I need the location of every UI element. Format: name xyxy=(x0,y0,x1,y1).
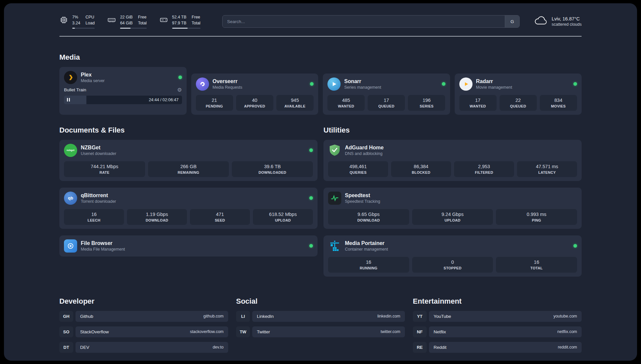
stat-label: DOWNLOADED xyxy=(233,170,312,174)
search-bar: G xyxy=(222,15,520,28)
app-card-portainer[interactable]: Media Portainer Container management 16R… xyxy=(323,235,582,277)
app-name: Plex xyxy=(81,72,105,78)
stat-value: 485 xyxy=(329,98,363,103)
bookmark-link[interactable]: StackOverflowstackoverflow.com xyxy=(76,326,228,337)
utilities-column: Utilities AdGuard Home xyxy=(323,126,582,277)
now-playing-title: Bullet Train xyxy=(64,87,86,92)
app-card-speedtest[interactable]: Speedtest Speedtest Tracking 9.65 GbpsDO… xyxy=(323,188,582,229)
cpu-bar xyxy=(72,28,95,29)
stat-tile: 9.24 GbpsUPLOAD xyxy=(412,209,493,225)
bookmarks-social: Social LILinkedInlinkedin.comTWTwittertw… xyxy=(236,297,405,357)
stat-tile: 40APPROVED xyxy=(236,95,273,111)
bookmarks-entertainment: Entertainment YTYouTubeyoutube.comNFNetf… xyxy=(413,297,582,357)
ram-icon xyxy=(107,15,116,24)
bookmark-name: StackOverflow xyxy=(80,329,109,334)
disk-total-value: 97.9 TB xyxy=(172,20,187,26)
stat-value: 16 xyxy=(497,259,576,265)
stat-value: 21 xyxy=(197,98,232,103)
bookmark-link[interactable]: Redditreddit.com xyxy=(429,342,582,353)
app-card-qbittorrent[interactable]: qb qBittorrent Torrent downloader 16LEEC… xyxy=(59,188,318,229)
status-dot xyxy=(309,244,313,248)
stat-label: RUNNING xyxy=(329,266,408,270)
app-card-radarr[interactable]: Radarr Movie management 17WANTED22QUEUED… xyxy=(455,74,582,115)
overseerr-icon xyxy=(196,77,209,91)
bookmark-row: NFNetflixnetflix.com xyxy=(413,326,582,337)
bookmarks-developer: Developer GHGithubgithub.comSOStackOverf… xyxy=(59,297,228,357)
bookmark-url: stackoverflow.com xyxy=(190,329,224,334)
status-dot xyxy=(309,148,313,152)
bookmark-row: GHGithubgithub.com xyxy=(59,311,228,322)
bookmark-name: Twitter xyxy=(257,329,270,334)
app-desc: Torrent downloader xyxy=(81,199,116,204)
stat-value: 86,384 xyxy=(392,164,450,169)
cloud-icon xyxy=(534,15,548,27)
bookmark-abbr: RE xyxy=(413,342,427,353)
stat-tile: 0STOPPED xyxy=(412,257,493,273)
bookmark-link[interactable]: Githubgithub.com xyxy=(76,311,228,322)
ram-total-value: 64 GiB xyxy=(120,20,133,26)
documents-column: Documents & Files nzbget NZBGet Usenet d… xyxy=(59,126,318,277)
stat-tile: 498,461QUERIES xyxy=(328,161,388,177)
app-card-sonarr[interactable]: Sonarr Series management 485WANTED17QUEU… xyxy=(323,74,450,115)
stat-label: LEECH xyxy=(65,218,123,222)
bookmark-abbr: NF xyxy=(413,326,427,337)
cpu-load-label: Load xyxy=(85,20,95,26)
speedtest-icon xyxy=(328,192,341,205)
bookmark-name: Reddit xyxy=(434,345,446,350)
stat-tiles: 744.21 MbpsRATE266 GBREMAINING39.6 TBDOW… xyxy=(64,161,313,177)
bookmark-link[interactable]: YouTubeyoutube.com xyxy=(429,311,582,322)
app-card-plex[interactable]: Plex Media server Bullet Train ⚙ 24:44 /… xyxy=(59,67,187,115)
stat-value: 9.24 Gbps xyxy=(413,212,492,217)
app-card-nzbget[interactable]: nzbget NZBGet Usenet downloader 744.21 M… xyxy=(59,140,318,181)
bookmark-row: SOStackOverflowstackoverflow.com xyxy=(59,326,228,337)
bookmark-link[interactable]: LinkedInlinkedin.com xyxy=(252,311,405,322)
bookmark-name: Netflix xyxy=(434,329,446,334)
stat-label: PENDING xyxy=(197,104,232,108)
app-name: File Browser xyxy=(81,240,125,246)
stat-value: 0 xyxy=(413,259,492,265)
bookmark-abbr: SO xyxy=(59,326,73,337)
stat-value: 17 xyxy=(461,98,495,103)
disk-total-label: Total xyxy=(192,20,200,26)
bookmark-link[interactable]: Twittertwitter.com xyxy=(252,326,405,337)
app-desc: Series management xyxy=(344,85,381,90)
adguard-icon xyxy=(328,144,341,157)
stat-tiles: 498,461QUERIES86,384BLOCKED2,953FILTERED… xyxy=(328,161,577,177)
radarr-icon xyxy=(459,77,473,91)
stat-value: 16 xyxy=(65,212,123,217)
weather-location-temp: Lviv, 16.87°C xyxy=(552,16,582,21)
section-title-media: Media xyxy=(59,53,582,62)
weather-widget[interactable]: Lviv, 16.87°C scattered clouds xyxy=(534,15,582,27)
disk-free-value: 52.4 TB xyxy=(172,15,187,20)
search-input[interactable] xyxy=(223,15,505,27)
stat-tile: 17WANTED xyxy=(459,95,497,111)
cpu-load-value: 3.24 xyxy=(72,20,80,26)
bookmarks-section: Developer GHGithubgithub.comSOStackOverf… xyxy=(59,297,582,357)
playback-progress-bar[interactable]: 24:44 / 02:06:47 xyxy=(64,96,182,104)
stat-value: 9.65 Gbps xyxy=(329,212,408,217)
stat-tile: 22QUEUED xyxy=(500,95,537,111)
stat-tile: 744.21 MbpsRATE xyxy=(64,161,145,177)
app-desc: Media File Management xyxy=(81,247,125,252)
bookmark-name: LinkedIn xyxy=(257,314,274,319)
disk-bar xyxy=(172,28,200,29)
app-card-overseerr[interactable]: Overseerr Media Requests 21PENDING40APPR… xyxy=(191,74,319,115)
bookmark-row: TWTwittertwitter.com xyxy=(236,326,405,337)
gear-icon[interactable]: ⚙ xyxy=(177,87,182,93)
middle-columns: Documents & Files nzbget NZBGet Usenet d… xyxy=(59,126,582,277)
bookmark-list: YTYouTubeyoutube.comNFNetflixnetflix.com… xyxy=(413,311,582,353)
stat-tile: 86,384BLOCKED xyxy=(391,161,451,177)
weather-condition: scattered clouds xyxy=(552,22,582,27)
stat-tile: 0.993 msPING xyxy=(496,209,577,225)
stat-tile: 39.6 TBDOWNLOADED xyxy=(232,161,313,177)
app-card-adguard[interactable]: AdGuard Home DNS and adblocking 498,461Q… xyxy=(323,140,582,181)
stat-tile: 485WANTED xyxy=(327,95,365,111)
app-card-filebrowser[interactable]: File Browser Media File Management xyxy=(59,235,318,257)
pause-button[interactable] xyxy=(64,98,70,102)
app-name: Media Portainer xyxy=(345,240,388,246)
search-engine-button[interactable]: G xyxy=(505,15,519,27)
stat-label: QUERIES xyxy=(329,170,387,174)
bookmark-link[interactable]: Netflixnetflix.com xyxy=(429,326,582,337)
bookmark-link[interactable]: DEVdev.to xyxy=(76,342,228,353)
status-dot xyxy=(573,82,577,86)
